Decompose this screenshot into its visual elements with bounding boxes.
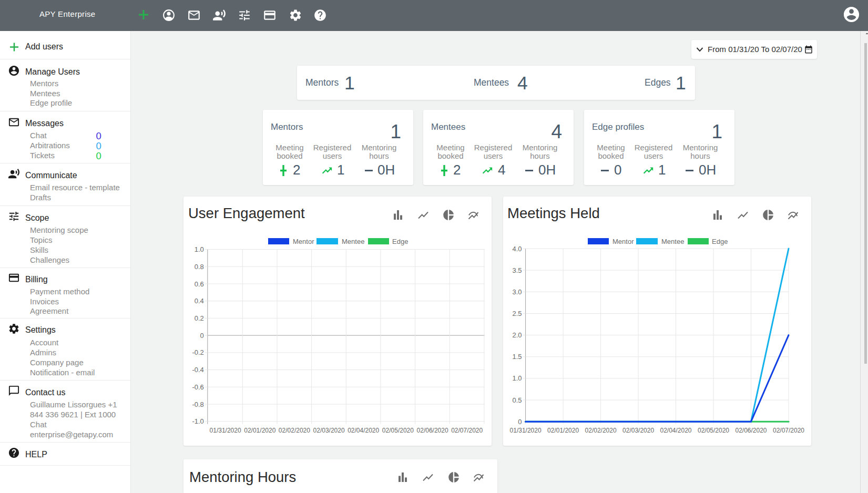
svg-text:1.0: 1.0 <box>513 374 522 382</box>
svg-text:02/03/2020: 02/03/2020 <box>313 427 345 434</box>
svg-text:0.8: 0.8 <box>195 263 204 271</box>
svg-text:02/01/2020: 02/01/2020 <box>547 427 579 434</box>
svg-text:-1.0: -1.0 <box>192 417 203 425</box>
svg-text:0: 0 <box>200 332 204 340</box>
svg-text:02/06/2020: 02/06/2020 <box>417 427 448 434</box>
svg-text:02/07/2020: 02/07/2020 <box>451 427 483 434</box>
svg-text:0.2: 0.2 <box>195 314 204 322</box>
svg-text:3.0: 3.0 <box>513 288 522 296</box>
svg-text:0.5: 0.5 <box>513 396 522 404</box>
svg-text:02/05/2020: 02/05/2020 <box>698 427 729 434</box>
svg-text:-0.2: -0.2 <box>192 348 203 356</box>
svg-text:02/02/2020: 02/02/2020 <box>279 427 310 434</box>
svg-text:1.5: 1.5 <box>513 353 522 361</box>
svg-text:02/07/2020: 02/07/2020 <box>773 427 804 434</box>
svg-text:0: 0 <box>518 418 522 426</box>
svg-text:-0.6: -0.6 <box>192 383 203 391</box>
svg-text:02/01/2020: 02/01/2020 <box>244 427 275 434</box>
svg-text:0.4: 0.4 <box>195 297 204 305</box>
svg-text:01/31/2020: 01/31/2020 <box>210 427 241 434</box>
svg-text:2.0: 2.0 <box>513 331 522 339</box>
svg-text:02/03/2020: 02/03/2020 <box>622 427 654 434</box>
svg-text:4.0: 4.0 <box>513 245 522 253</box>
svg-text:02/04/2020: 02/04/2020 <box>348 427 379 434</box>
svg-text:02/05/2020: 02/05/2020 <box>382 427 414 434</box>
svg-text:02/02/2020: 02/02/2020 <box>585 427 617 434</box>
svg-text:-0.4: -0.4 <box>192 366 203 374</box>
svg-text:2.5: 2.5 <box>513 310 522 317</box>
svg-text:1.0: 1.0 <box>195 245 204 253</box>
svg-text:3.5: 3.5 <box>513 266 522 274</box>
svg-text:02/04/2020: 02/04/2020 <box>660 427 691 434</box>
svg-text:02/06/2020: 02/06/2020 <box>735 427 767 434</box>
svg-text:01/31/2020: 01/31/2020 <box>510 427 542 434</box>
svg-text:0.6: 0.6 <box>195 280 204 288</box>
svg-text:-0.8: -0.8 <box>192 400 203 408</box>
